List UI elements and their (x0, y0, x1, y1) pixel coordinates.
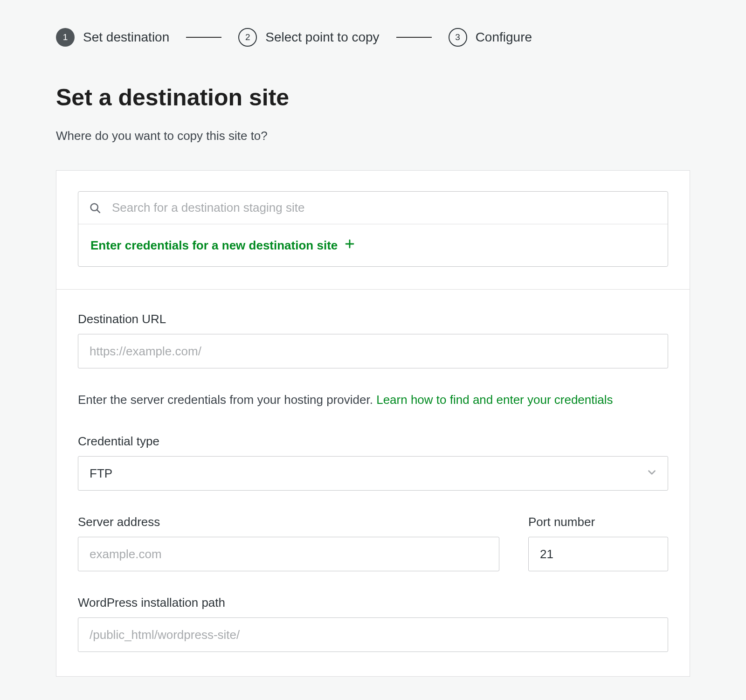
page-title: Set a destination site (56, 84, 690, 111)
plus-icon (344, 238, 355, 253)
credentials-form: Destination URL Enter the server credent… (56, 290, 690, 677)
step-divider (186, 37, 221, 38)
step-number-badge: 2 (238, 28, 257, 47)
credential-type-label: Credential type (78, 434, 668, 449)
credentials-help-text-static: Enter the server credentials from your h… (78, 393, 376, 407)
add-destination-label: Enter credentials for a new destination … (90, 238, 338, 253)
step-set-destination[interactable]: 1 Set destination (56, 28, 169, 47)
server-address-field[interactable] (78, 537, 499, 571)
svg-line-1 (97, 209, 100, 212)
wp-path-field[interactable] (78, 617, 668, 652)
search-row[interactable] (78, 192, 668, 224)
credentials-help-link[interactable]: Learn how to find and enter your credent… (376, 393, 613, 407)
add-destination-button[interactable]: Enter credentials for a new destination … (78, 224, 668, 266)
search-input[interactable] (112, 201, 657, 215)
search-icon (89, 201, 102, 215)
destination-url-label: Destination URL (78, 312, 668, 326)
step-divider (396, 37, 432, 38)
wp-path-label: WordPress installation path (78, 596, 668, 610)
credential-type-select[interactable]: FTP (78, 456, 668, 491)
step-label: Set destination (83, 30, 169, 45)
step-configure[interactable]: 3 Configure (449, 28, 532, 47)
port-number-field[interactable] (528, 537, 668, 571)
server-address-label: Server address (78, 515, 499, 529)
step-select-point[interactable]: 2 Select point to copy (238, 28, 379, 47)
destination-url-field[interactable] (78, 334, 668, 368)
step-label: Select point to copy (265, 30, 379, 45)
step-number-badge: 1 (56, 28, 75, 47)
port-number-label: Port number (528, 515, 668, 529)
credentials-help-text: Enter the server credentials from your h… (78, 391, 668, 409)
stepper: 1 Set destination 2 Select point to copy… (56, 28, 690, 47)
page-subtitle: Where do you want to copy this site to? (56, 129, 690, 143)
step-label: Configure (476, 30, 532, 45)
step-number-badge: 3 (449, 28, 467, 47)
search-card: Enter credentials for a new destination … (56, 170, 690, 290)
